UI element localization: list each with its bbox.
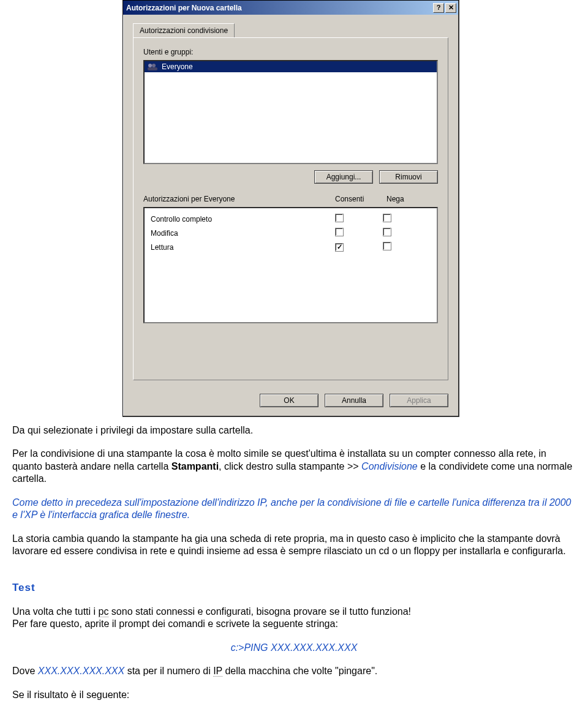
svg-rect-2 bbox=[148, 67, 157, 70]
titlebar: Autorizzazioni per Nuova cartella ? ✕ bbox=[123, 1, 458, 15]
paragraph: Dove XXX.XXX.XXX.XXX sta per il numero d… bbox=[12, 665, 576, 677]
ok-button[interactable]: OK bbox=[260, 394, 318, 407]
paragraph: Per fare questo, aprite il prompt dei co… bbox=[12, 618, 576, 630]
allow-checkbox-read[interactable] bbox=[335, 243, 344, 252]
perm-label: Lettura bbox=[151, 243, 335, 252]
remove-button[interactable]: Rimuovi bbox=[379, 170, 438, 184]
allow-header: Consenti bbox=[335, 195, 386, 203]
paragraph: Da qui selezionate i privilegi da impost… bbox=[12, 424, 576, 437]
allow-checkbox-modify[interactable] bbox=[335, 228, 344, 236]
close-icon: ✕ bbox=[448, 4, 454, 11]
group-icon bbox=[147, 62, 158, 71]
help-icon: ? bbox=[437, 4, 441, 11]
paragraph: Se il risultato è il seguente: bbox=[12, 689, 576, 701]
permissions-for-label: Autorizzazioni per Everyone bbox=[143, 195, 335, 203]
deny-checkbox-read[interactable] bbox=[383, 242, 391, 250]
perm-row-modify: Modifica bbox=[151, 226, 431, 240]
deny-header: Nega bbox=[386, 195, 438, 203]
deny-checkbox-full[interactable] bbox=[383, 214, 391, 222]
ip-placeholder: XXX.XXX.XXX.XXX bbox=[38, 666, 124, 676]
svg-point-1 bbox=[152, 64, 156, 67]
dialog-title: Autorizzazioni per Nuova cartella bbox=[125, 4, 433, 12]
deny-checkbox-modify[interactable] bbox=[383, 228, 391, 236]
tab-share-permissions[interactable]: Autorizzazioni condivisione bbox=[133, 23, 235, 37]
stampanti-bold: Stampanti bbox=[172, 461, 219, 472]
allow-checkbox-full[interactable] bbox=[335, 214, 344, 222]
section-heading-test: Test bbox=[12, 581, 576, 595]
add-button[interactable]: Aggiungi... bbox=[314, 170, 373, 184]
tab-panel: Utenti e gruppi: Everyone Aggiungi... Ri… bbox=[133, 37, 448, 380]
permissions-dialog: Autorizzazioni per Nuova cartella ? ✕ Au… bbox=[123, 0, 459, 417]
condivisione-link: Condivisione bbox=[361, 461, 418, 472]
list-item-label: Everyone bbox=[162, 62, 193, 71]
paragraph: La storia cambia quando la stampante ha … bbox=[12, 533, 576, 558]
permissions-listbox: Controllo completo Modifica Lettura bbox=[143, 207, 438, 323]
close-button[interactable]: ✕ bbox=[445, 3, 456, 13]
perm-label: Modifica bbox=[151, 229, 335, 238]
users-groups-label: Utenti e gruppi: bbox=[143, 48, 438, 56]
perm-row-read: Lettura bbox=[151, 240, 431, 254]
cancel-button[interactable]: Annulla bbox=[325, 394, 383, 407]
perm-label: Controllo completo bbox=[151, 215, 335, 224]
help-button[interactable]: ? bbox=[433, 3, 444, 13]
perm-row-full-control: Controllo completo bbox=[151, 212, 431, 226]
list-item-everyone[interactable]: Everyone bbox=[145, 61, 437, 72]
command-text: c:>PING XXX.XXX.XXX.XXX bbox=[12, 642, 576, 654]
svg-point-0 bbox=[148, 64, 152, 67]
paragraph-note: Come detto in precedeza sull'impostazion… bbox=[12, 497, 576, 522]
users-listbox[interactable]: Everyone bbox=[143, 60, 438, 164]
article-body: Da qui selezionate i privilegi da impost… bbox=[0, 417, 588, 714]
paragraph: Una volta che tutti i pc sono stati conn… bbox=[12, 606, 576, 618]
pc-term: pc bbox=[99, 606, 109, 617]
ip-term: IP bbox=[213, 666, 222, 677]
paragraph: Per la condivisione di una stampante la … bbox=[12, 448, 576, 485]
apply-button[interactable]: Applica bbox=[390, 394, 448, 407]
